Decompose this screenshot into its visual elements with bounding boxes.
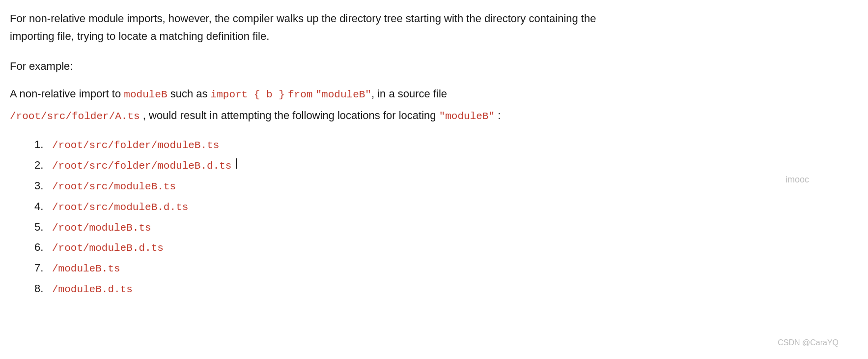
list-item-number: 4. [34, 197, 48, 217]
watermark-csdn: CSDN @CaraYQ [778, 336, 839, 349]
list-item-number: 5. [34, 217, 48, 238]
list-item-path: /root/src/moduleB.d.ts [52, 198, 188, 217]
list-item: 8./moduleB.d.ts [34, 279, 771, 299]
content-area: For non-relative module imports, however… [10, 10, 771, 299]
import-code: import { b } [211, 89, 285, 100]
second-line: /root/src/folder/A.ts , would result in … [10, 107, 771, 125]
second-part2: : [495, 109, 501, 121]
watermark-imooc: imooc [785, 173, 809, 187]
main-sentence: A non-relative import to moduleB such as… [10, 85, 771, 104]
list-item-number: 6. [34, 238, 48, 258]
list-item-path: /root/moduleB.d.ts [52, 239, 164, 258]
list-item: 7./moduleB.ts [34, 258, 771, 279]
main-part1: A non-relative import to [10, 88, 124, 100]
list-item-number: 7. [34, 258, 48, 278]
list-item-number: 1. [34, 135, 48, 155]
list-item-number: 2. [34, 155, 48, 176]
list-item-path: /moduleB.d.ts [52, 280, 133, 299]
intro-line1: For non-relative module imports, however… [10, 12, 596, 25]
second-part1: , would result in attempting the followi… [140, 109, 439, 121]
main-part2: such as [168, 88, 211, 100]
text-cursor [236, 158, 237, 169]
list-item-number: 3. [34, 176, 48, 196]
example-label: For example: [10, 58, 771, 75]
main-part3: , in a source file [371, 88, 447, 100]
moduleB-str-1: "moduleB" [316, 89, 371, 100]
list-item: 6./root/moduleB.d.ts [34, 238, 771, 258]
intro-paragraph: For non-relative module imports, however… [10, 10, 771, 46]
moduleB-str-2: "moduleB" [439, 111, 495, 122]
list-item-path: /root/moduleB.ts [52, 219, 151, 238]
list-item-path: /root/src/folder/moduleB.d.ts [52, 157, 231, 176]
list-item-path: /root/src/folder/moduleB.ts [52, 136, 219, 155]
location-list: 1./root/src/folder/moduleB.ts2./root/src… [34, 135, 771, 299]
list-item-path: /root/src/moduleB.ts [52, 178, 176, 197]
moduleB-inline: moduleB [124, 89, 167, 100]
list-item: 1./root/src/folder/moduleB.ts [34, 135, 771, 155]
list-item: 4./root/src/moduleB.d.ts [34, 197, 771, 217]
path-code: /root/src/folder/A.ts [10, 111, 140, 122]
list-item-path: /moduleB.ts [52, 260, 120, 279]
intro-line2: importing file, trying to locate a match… [10, 30, 269, 42]
list-item-number: 8. [34, 279, 48, 299]
list-item: 5./root/moduleB.ts [34, 217, 771, 238]
list-item: 3./root/src/moduleB.ts [34, 176, 771, 197]
from-code: from [288, 89, 312, 100]
list-item: 2./root/src/folder/moduleB.d.ts [34, 155, 771, 176]
